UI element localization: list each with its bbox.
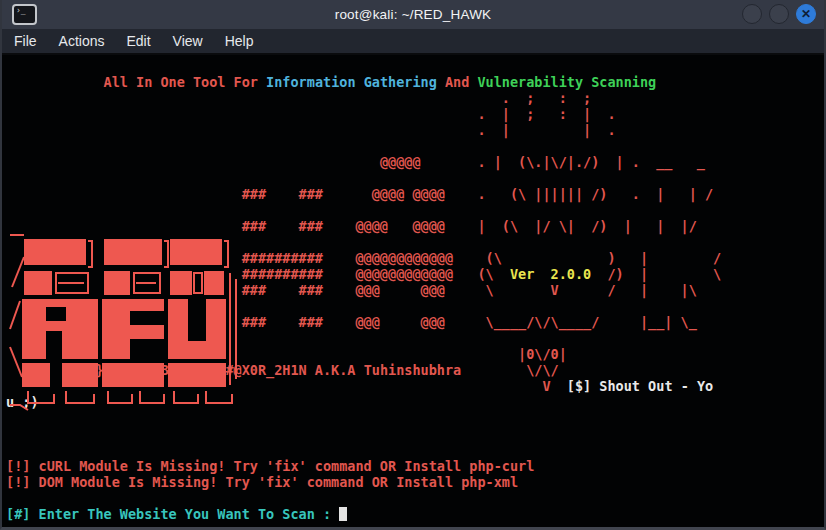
terminal-text: /) | \ [591,266,721,282]
terminal-window: ›_ root@kali: ~/RED_HAWK ✕ FileActionsEd… [0,0,826,530]
terminal-text: ### ### @@@@ @@@@ . (\ |||||| /) . | | / [242,186,713,202]
terminal-text: ########## @@@@@@@@@@@@ (\ [242,266,510,282]
menu-item-edit[interactable]: Edit [126,33,150,49]
terminal-text: . | | . [477,122,615,138]
close-button[interactable]: ✕ [796,4,816,24]
terminal-cursor[interactable] [339,507,347,521]
terminal-text: . ; : ; [502,90,591,106]
terminal-icon: ›_ [12,4,37,25]
window-title: root@kali: ~/RED_HAWK [2,7,824,22]
menubar: FileActionsEditViewHelp [2,29,824,55]
terminal-line: @@@@@ . | (\.|\/|./) | . __ _ [6,154,824,170]
terminal-text: Information Gathering [266,74,437,90]
terminal-line: ### ### @@@@ @@@@ . (\ |||||| /) . | | / [6,186,824,202]
terminal-text: [!] cURL Module Is Missing! Try 'fix' co… [6,458,534,474]
terminal-text: ### ### @@@ @@@ \ V / | |\ [242,282,697,298]
terminal-line: . | | . [6,122,824,138]
terminal-text: All In One Tool For [104,74,267,90]
menu-item-help[interactable]: Help [225,33,254,49]
terminal-line [6,490,824,506]
terminal-icon-glyph: ›_ [16,6,26,15]
terminal-screen[interactable]: All In One Tool For Information Gatherin… [2,57,824,530]
terminal-text [551,378,567,394]
terminal-text: ### ### @@@@ @@@@ | (\ |/ \| /) | | |/ [242,218,697,234]
terminal-text: ########## @@@@@@@@@@@@ (\ ) | / [242,250,722,266]
terminal-text: Ver 2.0.0 [510,266,591,282]
menu-item-actions[interactable]: Actions [59,33,105,49]
window-controls: ✕ [742,4,816,24]
terminal-line: [#] Enter The Website You Want To Scan : [6,506,824,522]
terminal-text: @@@@@ . | (\.|\/|./) | . __ _ [380,154,705,170]
terminal-text: And [437,74,478,90]
terminal-text: [!] DOM Module Is Missing! Try 'fix' com… [6,474,518,490]
terminal-text: Vulnerability Scanning [477,74,656,90]
menu-item-view[interactable]: View [173,33,203,49]
terminal-line [6,442,824,458]
terminal-line [6,426,824,442]
terminal-line [6,202,824,218]
terminal-line: [!] DOM Module Is Missing! Try 'fix' com… [6,474,824,490]
red-logo-graphic [8,229,240,411]
terminal-line: . | ; : | . [6,106,824,122]
titlebar[interactable]: ›_ root@kali: ~/RED_HAWK ✕ [2,0,824,29]
maximize-button[interactable] [769,4,789,24]
menu-item-file[interactable]: File [14,33,37,49]
terminal-line: All In One Tool For Information Gatherin… [6,74,824,90]
terminal-text: ### ### @@@ @@@ \____/\/\____/ |__| \_ [242,314,697,330]
terminal-text: [$] Shout Out - Yo [567,378,713,394]
terminal-line: . ; : ; [6,90,824,106]
terminal-line [6,138,824,154]
terminal-line: [!] cURL Module Is Missing! Try 'fix' co… [6,458,824,474]
terminal-text: [#] Enter The Website You Want To Scan : [6,506,339,522]
terminal-line [6,170,824,186]
terminal-text: V [542,378,550,394]
minimize-button[interactable] [742,4,762,24]
terminal-text: . | ; : | . [477,106,615,122]
terminal-line [6,410,824,426]
terminal-text: |0\/0| [518,346,567,362]
